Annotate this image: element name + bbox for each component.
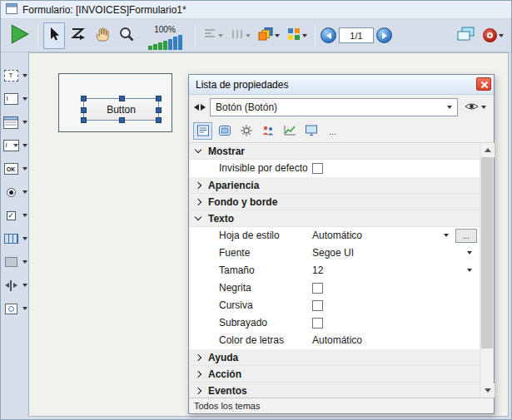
chevron-down-icon[interactable] — [22, 144, 27, 147]
chevron-down-icon[interactable] — [22, 260, 27, 264]
chevron-down-icon[interactable] — [22, 97, 27, 101]
selection-handle[interactable] — [156, 117, 162, 123]
chevron-down-icon[interactable] — [22, 167, 27, 170]
section-header-eventos[interactable]: Eventos — [189, 383, 480, 399]
tab-settings[interactable] — [236, 122, 256, 140]
tab-chart[interactable] — [280, 122, 299, 140]
palette-input-tool[interactable]: I — [2, 91, 27, 107]
tab-data-source[interactable] — [258, 122, 277, 140]
text-tool-icon: T — [2, 67, 20, 84]
next-object-icon[interactable] — [201, 104, 206, 111]
canvas-button-object[interactable]: Button — [83, 98, 159, 121]
zoom-bars-icon[interactable] — [148, 34, 182, 50]
hand-icon — [94, 26, 111, 45]
section-header-ayuda[interactable]: Ayuda — [189, 349, 480, 366]
negrita-checkbox[interactable] — [312, 283, 323, 294]
chevron-down-icon[interactable] — [467, 251, 472, 254]
color-de-letras-value[interactable]: Automático — [312, 332, 362, 349]
selection-handle[interactable] — [81, 107, 87, 113]
previous-page-button[interactable] — [321, 27, 336, 43]
section-header-apariencia[interactable]: Apariencia — [189, 177, 480, 194]
gear-icon — [240, 124, 253, 139]
chevron-down-icon[interactable] — [22, 237, 27, 240]
section-header-mostrar[interactable]: Mostrar — [189, 143, 480, 160]
layer-tool-button[interactable] — [256, 22, 282, 49]
section-header-accion[interactable]: Acción — [189, 366, 480, 383]
palette-button-tool[interactable]: OK — [2, 161, 27, 177]
chevron-right-icon — [195, 181, 201, 188]
zoom-level-control[interactable]: 100% — [140, 22, 190, 50]
scroll-thumb[interactable] — [481, 157, 493, 348]
palette-combobox-tool[interactable]: I — [2, 137, 27, 154]
align-tool-button[interactable] — [201, 22, 226, 49]
selection-tool-button[interactable] — [43, 22, 65, 49]
selection-handle[interactable] — [156, 107, 162, 113]
chevron-right-icon — [195, 370, 201, 377]
vertical-scrollbar[interactable] — [480, 143, 494, 398]
section-label: Texto — [208, 213, 234, 225]
stylesheet-ellipsis-button[interactable]: ... — [455, 229, 477, 243]
tab-display[interactable] — [301, 122, 321, 140]
fuente-dropdown[interactable]: Segoe UI — [312, 245, 354, 262]
selection-handle[interactable] — [156, 96, 162, 101]
prev-object-icon[interactable] — [194, 104, 199, 111]
selection-handle[interactable] — [119, 96, 125, 101]
palette-text-tool[interactable]: T — [2, 67, 27, 84]
next-page-button[interactable] — [376, 27, 392, 43]
palette-listbox-tool[interactable] — [2, 114, 27, 131]
palette-radio-tool[interactable] — [2, 184, 27, 200]
form-page-area[interactable]: Button — [58, 73, 172, 132]
section-label: Eventos — [208, 385, 247, 397]
selection-handle[interactable] — [81, 117, 87, 123]
chevron-down-icon[interactable] — [467, 269, 472, 272]
tab-more[interactable]: ... — [323, 122, 342, 140]
scroll-up-button[interactable] — [480, 143, 495, 157]
color-grid-tool-button[interactable] — [285, 22, 310, 49]
property-list-titlebar[interactable]: Lista de propiedades — [189, 75, 494, 95]
distribute-tool-button[interactable] — [228, 22, 253, 49]
palette-tab-control-tool[interactable] — [2, 300, 27, 317]
tab-properties-list[interactable] — [193, 122, 212, 140]
palette-checkbox-tool[interactable]: ✓ — [2, 207, 27, 224]
invisible-checkbox[interactable] — [312, 163, 323, 174]
window-title: Formulario: [INVOICES]Formulario1* — [22, 4, 186, 16]
palette-rectangle-tool[interactable] — [2, 254, 27, 270]
view-options-button[interactable] — [462, 98, 489, 116]
window-list-button[interactable] — [455, 22, 478, 49]
scroll-down-button[interactable] — [480, 383, 495, 398]
selection-handle[interactable] — [119, 117, 125, 123]
actions-menu-button[interactable] — [480, 22, 506, 49]
section-label: Mostrar — [208, 146, 245, 157]
subrayado-checkbox[interactable] — [312, 318, 323, 329]
section-header-fondo-y-borde[interactable]: Fondo y borde — [189, 194, 480, 210]
property-row-subrayado: Subrayado — [189, 314, 480, 332]
object-nav-buttons[interactable] — [194, 104, 206, 111]
chevron-down-icon[interactable] — [22, 307, 27, 310]
chevron-down-icon[interactable] — [22, 284, 27, 287]
move-tool-button[interactable] — [92, 22, 113, 49]
tamano-dropdown[interactable]: 12 — [312, 262, 323, 279]
chevron-down-icon[interactable] — [22, 74, 27, 77]
toolbar-separator — [37, 25, 38, 47]
object-selector-dropdown[interactable]: Botón (Botón) — [210, 98, 458, 116]
align-icon — [203, 28, 216, 42]
palette-button-grid-tool[interactable] — [2, 230, 27, 247]
tab-coordinates[interactable] — [215, 122, 234, 140]
chevron-down-icon[interactable] — [22, 214, 27, 217]
users-icon — [261, 125, 275, 138]
chevron-down-icon[interactable] — [444, 234, 449, 237]
cursiva-checkbox[interactable] — [312, 300, 323, 311]
entry-order-tool-button[interactable] — [67, 22, 89, 49]
tab-control-tool-icon — [2, 300, 20, 317]
close-button[interactable] — [476, 77, 491, 91]
zoom-tool-button[interactable] — [116, 22, 137, 49]
chevron-down-icon[interactable] — [22, 190, 27, 194]
chevron-down-icon[interactable] — [22, 121, 27, 124]
title-bar: Formulario: [INVOICES]Formulario1* — [1, 1, 511, 19]
hoja-de-estilo-dropdown[interactable]: Automático — [312, 227, 362, 245]
section-header-texto[interactable]: Texto — [189, 210, 480, 227]
palette-splitter-tool[interactable] — [2, 277, 27, 294]
selection-handle[interactable] — [81, 96, 87, 101]
button-grid-tool-icon — [2, 230, 20, 247]
execute-form-button[interactable] — [6, 22, 32, 49]
